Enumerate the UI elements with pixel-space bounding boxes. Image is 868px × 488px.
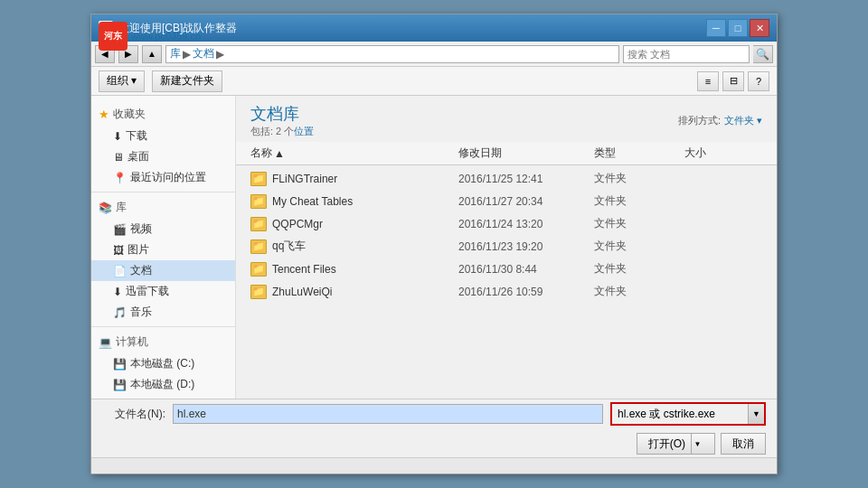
file-type: 文件夹 bbox=[594, 261, 684, 277]
sidebar-item-thunder[interactable]: ⬇ 迅雷下载 bbox=[91, 281, 235, 302]
favorites-section: ★ 收藏夹 ⬇ 下载 🖥 桌面 📍 最近访问的位置 bbox=[91, 103, 235, 188]
folder-icon: 📁 bbox=[250, 194, 267, 209]
filetype-dropdown-arrow[interactable]: ▼ bbox=[748, 404, 764, 424]
col-header-type[interactable]: 类型 bbox=[594, 145, 684, 161]
file-name: ZhuLuWeiQi bbox=[272, 286, 332, 298]
file-row[interactable]: 📁 Tencent Files 2016/11/30 8:44 文件夹 bbox=[236, 258, 777, 280]
folder-icon: 📁 bbox=[250, 285, 267, 299]
open-button-label: 打开(O) bbox=[648, 436, 685, 452]
file-name: QQPCMgr bbox=[272, 218, 323, 230]
file-row[interactable]: 📁 qq飞车 2016/11/23 19:20 文件夹 bbox=[236, 235, 777, 258]
sidebar-item-pictures[interactable]: 🖼 图片 bbox=[91, 239, 235, 260]
open-btn-group: 打开(O) ▼ bbox=[637, 433, 715, 455]
library-section: 📚 库 🎬 视频 🖼 图片 📄 文档 ⬇ 迅雷下载 bbox=[91, 196, 235, 323]
music-icon: 🎵 bbox=[113, 306, 127, 319]
new-folder-button[interactable]: 新建文件夹 bbox=[152, 70, 222, 92]
sort-dropdown[interactable]: 文件夹 ▾ bbox=[724, 114, 762, 127]
filelist-title: 文档库 bbox=[250, 103, 314, 125]
file-row[interactable]: 📁 FLiNGTrainer 2016/11/25 12:41 文件夹 bbox=[236, 167, 777, 190]
sidebar-item-video[interactable]: 🎬 视频 bbox=[91, 219, 235, 239]
sidebar-divider-1 bbox=[91, 192, 235, 192]
filelist-header-bar: 文档库 包括: 2 个位置 排列方式: 文件夹 ▾ bbox=[236, 96, 777, 142]
maximize-button[interactable]: □ bbox=[728, 19, 748, 37]
library-header[interactable]: 📚 库 bbox=[91, 196, 235, 219]
sidebar-item-documents-label: 文档 bbox=[130, 263, 152, 278]
sidebar-item-recent[interactable]: 📍 最近访问的位置 bbox=[91, 167, 235, 188]
organize-button[interactable]: 组织 ▾ bbox=[99, 70, 145, 92]
computer-header[interactable]: 💻 计算机 bbox=[91, 331, 235, 353]
sidebar-item-pictures-label: 图片 bbox=[127, 242, 149, 258]
organize-label: 组织 ▾ bbox=[107, 73, 137, 89]
file-date: 2016/11/24 13:20 bbox=[458, 218, 594, 230]
sidebar-item-video-label: 视频 bbox=[130, 221, 152, 237]
sidebar-item-d-drive[interactable]: 💾 本地磁盘 (D:) bbox=[91, 374, 235, 395]
file-date: 2016/11/30 8:44 bbox=[458, 263, 594, 276]
desktop-icon: 🖥 bbox=[113, 151, 124, 164]
sidebar-item-download[interactable]: ⬇ 下载 bbox=[91, 126, 235, 146]
video-icon: 🎬 bbox=[113, 223, 127, 236]
pictures-icon: 🖼 bbox=[113, 244, 124, 257]
help-button[interactable]: ? bbox=[748, 71, 769, 91]
search-input[interactable] bbox=[627, 49, 745, 60]
file-name: qq飞车 bbox=[272, 239, 306, 254]
sidebar-item-thunder-label: 迅雷下载 bbox=[126, 284, 169, 299]
file-type: 文件夹 bbox=[594, 239, 684, 254]
sort-bar: 排列方式: 文件夹 ▾ bbox=[678, 114, 762, 127]
computer-label: 计算机 bbox=[116, 334, 148, 350]
file-type: 文件夹 bbox=[594, 284, 684, 299]
sidebar-item-desktop-label: 桌面 bbox=[127, 149, 149, 164]
sort-label: 排列方式: bbox=[678, 114, 721, 127]
filename-row: 文件名(N): hl.exe 或 cstrike.exe ▼ bbox=[102, 402, 766, 426]
open-dropdown-arrow[interactable]: ▼ bbox=[691, 434, 703, 454]
sidebar-divider-2 bbox=[91, 326, 235, 327]
view-list-button[interactable]: ≡ bbox=[697, 71, 719, 91]
col-header-name[interactable]: 名称 ▲ bbox=[250, 145, 458, 161]
filelist-subtitle: 包括: 2 个位置 bbox=[250, 125, 314, 138]
close-button[interactable]: ✕ bbox=[750, 19, 769, 37]
file-name: Tencent Files bbox=[272, 263, 336, 276]
file-date: 2016/11/27 20:34 bbox=[458, 195, 594, 208]
sidebar-item-recent-label: 最近访问的位置 bbox=[130, 170, 206, 185]
col-header-date[interactable]: 修改日期 bbox=[458, 145, 594, 161]
file-row[interactable]: 📁 QQPCMgr 2016/11/24 13:20 文件夹 bbox=[236, 212, 777, 235]
location-link[interactable]: 位置 bbox=[294, 126, 314, 136]
file-row[interactable]: 📁 My Cheat Tables 2016/11/27 20:34 文件夹 bbox=[236, 190, 777, 212]
file-name: My Cheat Tables bbox=[272, 195, 353, 208]
search-button[interactable]: 🔍 bbox=[753, 45, 773, 63]
favorites-header[interactable]: ★ 收藏夹 bbox=[91, 103, 235, 126]
col-header-size[interactable]: 大小 bbox=[684, 145, 757, 161]
sidebar-item-music[interactable]: 🎵 音乐 bbox=[91, 302, 235, 323]
sidebar: ★ 收藏夹 ⬇ 下载 🖥 桌面 📍 最近访问的位置 bbox=[91, 96, 236, 399]
file-type: 文件夹 bbox=[594, 171, 684, 186]
filename-label: 文件名(N): bbox=[102, 407, 165, 422]
star-icon: ★ bbox=[99, 108, 109, 121]
sidebar-item-music-label: 音乐 bbox=[130, 305, 152, 320]
main-area: ★ 收藏夹 ⬇ 下载 🖥 桌面 📍 最近访问的位置 bbox=[91, 96, 777, 399]
toolbar: 组织 ▾ 新建文件夹 ≡ ⊟ ? bbox=[91, 67, 777, 96]
filename-input[interactable] bbox=[173, 404, 603, 424]
sidebar-item-documents[interactable]: 📄 文档 bbox=[91, 260, 235, 281]
filetype-value: hl.exe 或 cstrike.exe bbox=[612, 404, 748, 424]
address-path[interactable]: 库 ▶ 文档 ▶ bbox=[165, 45, 619, 63]
open-button[interactable]: 打开(O) ▼ bbox=[637, 433, 715, 455]
watermark-logo: 河东 bbox=[99, 22, 127, 51]
file-row[interactable]: 📁 ZhuLuWeiQi 2016/11/26 10:59 文件夹 bbox=[236, 280, 777, 303]
d-drive-icon: 💾 bbox=[113, 379, 127, 391]
search-box[interactable] bbox=[623, 45, 750, 63]
sidebar-item-desktop[interactable]: 🖥 桌面 bbox=[91, 146, 235, 167]
filetype-container: hl.exe 或 cstrike.exe ▼ bbox=[610, 402, 766, 426]
watermark: 河东 www.pc0359.cn bbox=[99, 22, 201, 51]
c-drive-icon: 💾 bbox=[113, 358, 127, 371]
file-date: 2016/11/23 19:20 bbox=[458, 240, 594, 253]
sidebar-item-download-label: 下载 bbox=[126, 128, 147, 144]
library-label: 库 bbox=[116, 200, 127, 215]
sidebar-item-c-drive[interactable]: 💾 本地磁盘 (C:) bbox=[91, 353, 235, 374]
computer-section: 💻 计算机 💾 本地磁盘 (C:) 💾 本地磁盘 (D:) bbox=[91, 331, 235, 395]
main-dialog: 河东 www.pc0359.cn 欢迎使用[CB]战队作整器 ─ □ ✕ ◀ ▶… bbox=[90, 14, 778, 474]
cancel-button[interactable]: 取消 bbox=[721, 433, 766, 455]
minimize-button[interactable]: ─ bbox=[706, 19, 726, 37]
view-details-button[interactable]: ⊟ bbox=[722, 71, 744, 91]
statusbar bbox=[91, 457, 777, 474]
new-folder-label: 新建文件夹 bbox=[160, 73, 214, 89]
favorites-label: 收藏夹 bbox=[113, 107, 146, 122]
